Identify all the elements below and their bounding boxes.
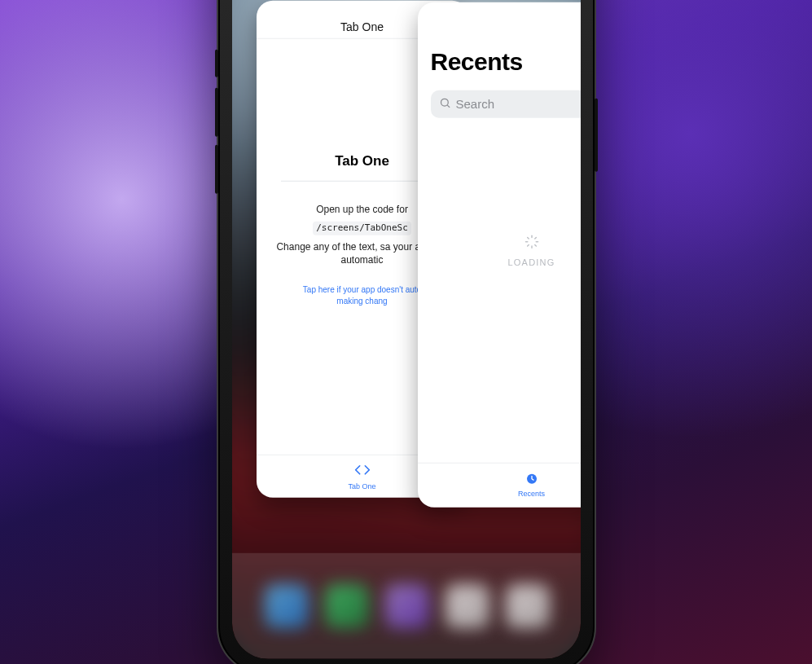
files-tab-label: Recents (518, 490, 545, 498)
svg-line-10 (527, 244, 529, 246)
expo-tab-one[interactable]: Tab One (348, 455, 375, 497)
files-loading-label: LOADING (508, 257, 555, 266)
files-search-field[interactable]: Search (431, 90, 581, 117)
app-switcher[interactable]: Expo Go Tab One Tab One Open up the code… (232, 0, 581, 658)
files-heading: Recents (431, 47, 581, 75)
mute-switch[interactable] (215, 49, 218, 77)
side-power-button[interactable] (595, 98, 598, 171)
volume-up-button[interactable] (215, 87, 218, 136)
switcher-card-files[interactable]: Recents Search (418, 2, 581, 507)
expo-code-path: /screens/TabOneSc (313, 221, 411, 235)
files-search-placeholder: Search (456, 97, 495, 111)
iphone-frame: Expo Go Tab One Tab One Open up the code… (217, 0, 596, 664)
svg-point-2 (441, 99, 448, 106)
files-tab-recents[interactable]: Recents (518, 463, 545, 507)
svg-line-11 (534, 237, 536, 239)
expo-tab-label: Tab One (348, 482, 375, 490)
svg-line-3 (447, 105, 450, 108)
files-tab-bar: Recents (418, 462, 581, 507)
expo-nav-title: Tab One (340, 20, 384, 33)
phone-screen: Expo Go Tab One Tab One Open up the code… (232, 0, 581, 658)
svg-line-6 (527, 237, 529, 239)
svg-line-7 (534, 244, 536, 246)
search-icon (439, 96, 451, 111)
files-loading-indicator: LOADING (418, 234, 581, 266)
spinner-icon (525, 234, 539, 248)
code-icon (354, 462, 371, 480)
volume-down-button[interactable] (215, 144, 218, 193)
clock-icon (525, 473, 538, 487)
